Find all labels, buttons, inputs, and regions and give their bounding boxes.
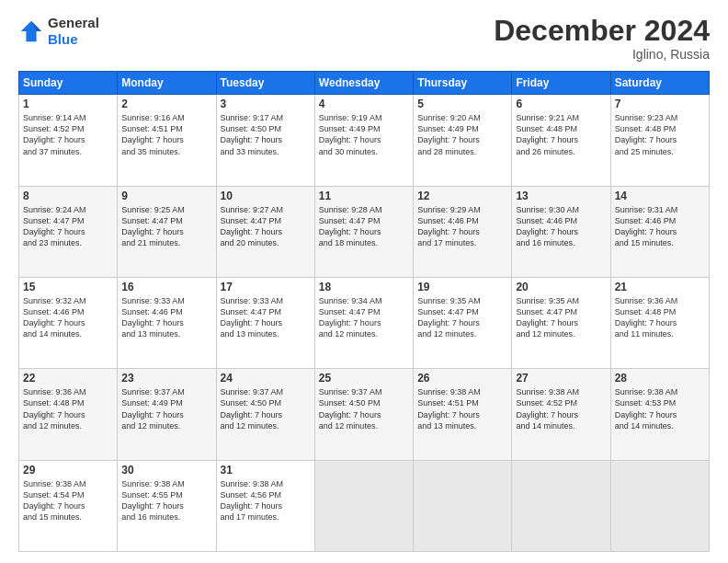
weekday-header-friday: Friday xyxy=(512,72,610,95)
calendar-cell: 12Sunrise: 9:29 AM Sunset: 4:46 PM Dayli… xyxy=(414,186,512,277)
day-number: 15 xyxy=(23,281,113,293)
cell-info: Sunrise: 9:38 AM Sunset: 4:51 PM Dayligh… xyxy=(417,386,507,431)
day-number: 6 xyxy=(516,98,606,110)
calendar-cell: 6Sunrise: 9:21 AM Sunset: 4:48 PM Daylig… xyxy=(512,95,610,186)
calendar-cell: 19Sunrise: 9:35 AM Sunset: 4:47 PM Dayli… xyxy=(414,277,512,368)
cell-info: Sunrise: 9:36 AM Sunset: 4:48 PM Dayligh… xyxy=(615,295,705,340)
cell-info: Sunrise: 9:37 AM Sunset: 4:49 PM Dayligh… xyxy=(121,386,211,431)
calendar-week-row: 29Sunrise: 9:38 AM Sunset: 4:54 PM Dayli… xyxy=(19,460,710,551)
calendar-cell xyxy=(512,460,610,551)
day-number: 10 xyxy=(221,190,311,202)
cell-info: Sunrise: 9:27 AM Sunset: 4:47 PM Dayligh… xyxy=(221,204,311,249)
day-number: 7 xyxy=(615,98,705,110)
calendar-cell: 23Sunrise: 9:37 AM Sunset: 4:49 PM Dayli… xyxy=(118,369,216,460)
calendar-cell: 20Sunrise: 9:35 AM Sunset: 4:47 PM Dayli… xyxy=(512,277,610,368)
month-title: December 2024 xyxy=(494,15,710,47)
cell-info: Sunrise: 9:21 AM Sunset: 4:48 PM Dayligh… xyxy=(516,112,606,157)
weekday-header-wednesday: Wednesday xyxy=(314,72,413,95)
cell-info: Sunrise: 9:36 AM Sunset: 4:48 PM Dayligh… xyxy=(23,386,113,431)
cell-info: Sunrise: 9:16 AM Sunset: 4:51 PM Dayligh… xyxy=(121,112,211,157)
cell-info: Sunrise: 9:32 AM Sunset: 4:46 PM Dayligh… xyxy=(23,295,113,340)
cell-info: Sunrise: 9:37 AM Sunset: 4:50 PM Dayligh… xyxy=(221,386,311,431)
day-number: 30 xyxy=(121,464,211,477)
cell-info: Sunrise: 9:30 AM Sunset: 4:46 PM Dayligh… xyxy=(516,204,606,249)
calendar-cell: 9Sunrise: 9:25 AM Sunset: 4:47 PM Daylig… xyxy=(118,186,216,277)
cell-info: Sunrise: 9:25 AM Sunset: 4:47 PM Dayligh… xyxy=(121,204,211,249)
day-number: 19 xyxy=(417,281,507,293)
calendar-week-row: 1Sunrise: 9:14 AM Sunset: 4:52 PM Daylig… xyxy=(19,95,710,186)
day-number: 4 xyxy=(319,98,409,110)
day-number: 20 xyxy=(516,281,606,293)
weekday-header-thursday: Thursday xyxy=(414,72,512,95)
day-number: 13 xyxy=(516,190,606,202)
calendar-cell: 5Sunrise: 9:20 AM Sunset: 4:49 PM Daylig… xyxy=(414,95,512,186)
cell-info: Sunrise: 9:35 AM Sunset: 4:47 PM Dayligh… xyxy=(417,295,507,340)
cell-info: Sunrise: 9:37 AM Sunset: 4:50 PM Dayligh… xyxy=(319,386,409,431)
cell-info: Sunrise: 9:29 AM Sunset: 4:46 PM Dayligh… xyxy=(417,204,507,249)
calendar-cell: 11Sunrise: 9:28 AM Sunset: 4:47 PM Dayli… xyxy=(314,186,413,277)
day-number: 1 xyxy=(23,98,113,110)
calendar-cell: 17Sunrise: 9:33 AM Sunset: 4:47 PM Dayli… xyxy=(216,277,314,368)
cell-info: Sunrise: 9:34 AM Sunset: 4:47 PM Dayligh… xyxy=(319,295,409,340)
day-number: 9 xyxy=(121,190,211,202)
day-number: 29 xyxy=(23,464,113,477)
cell-info: Sunrise: 9:28 AM Sunset: 4:47 PM Dayligh… xyxy=(319,204,409,249)
calendar-cell: 1Sunrise: 9:14 AM Sunset: 4:52 PM Daylig… xyxy=(19,95,118,186)
day-number: 18 xyxy=(319,281,409,293)
day-number: 14 xyxy=(615,190,705,202)
weekday-header-monday: Monday xyxy=(118,72,216,95)
calendar-cell: 10Sunrise: 9:27 AM Sunset: 4:47 PM Dayli… xyxy=(216,186,314,277)
location: Iglino, Russia xyxy=(494,47,710,62)
day-number: 28 xyxy=(615,372,705,385)
logo-icon xyxy=(18,18,44,44)
day-number: 17 xyxy=(221,281,311,293)
calendar-cell xyxy=(414,460,512,551)
calendar-cell: 22Sunrise: 9:36 AM Sunset: 4:48 PM Dayli… xyxy=(19,369,118,460)
cell-info: Sunrise: 9:33 AM Sunset: 4:46 PM Dayligh… xyxy=(121,295,211,340)
weekday-header-tuesday: Tuesday xyxy=(216,72,314,95)
calendar-cell: 30Sunrise: 9:38 AM Sunset: 4:55 PM Dayli… xyxy=(118,460,216,551)
cell-info: Sunrise: 9:38 AM Sunset: 4:52 PM Dayligh… xyxy=(516,386,606,431)
cell-info: Sunrise: 9:19 AM Sunset: 4:49 PM Dayligh… xyxy=(319,112,409,157)
calendar-cell: 4Sunrise: 9:19 AM Sunset: 4:49 PM Daylig… xyxy=(314,95,413,186)
calendar-week-row: 22Sunrise: 9:36 AM Sunset: 4:48 PM Dayli… xyxy=(19,369,710,460)
calendar-cell: 13Sunrise: 9:30 AM Sunset: 4:46 PM Dayli… xyxy=(512,186,610,277)
cell-info: Sunrise: 9:20 AM Sunset: 4:49 PM Dayligh… xyxy=(417,112,507,157)
day-number: 22 xyxy=(23,372,113,385)
calendar-cell: 24Sunrise: 9:37 AM Sunset: 4:50 PM Dayli… xyxy=(216,369,314,460)
cell-info: Sunrise: 9:24 AM Sunset: 4:47 PM Dayligh… xyxy=(23,204,113,249)
calendar-header-row: SundayMondayTuesdayWednesdayThursdayFrid… xyxy=(19,72,710,95)
calendar-cell: 28Sunrise: 9:38 AM Sunset: 4:53 PM Dayli… xyxy=(610,369,709,460)
cell-info: Sunrise: 9:31 AM Sunset: 4:46 PM Dayligh… xyxy=(615,204,705,249)
calendar-cell: 2Sunrise: 9:16 AM Sunset: 4:51 PM Daylig… xyxy=(118,95,216,186)
cell-info: Sunrise: 9:33 AM Sunset: 4:47 PM Dayligh… xyxy=(221,295,311,340)
day-number: 24 xyxy=(221,372,311,385)
day-number: 11 xyxy=(319,190,409,202)
day-number: 5 xyxy=(417,98,507,110)
calendar-table: SundayMondayTuesdayWednesdayThursdayFrid… xyxy=(18,71,710,552)
calendar-cell xyxy=(314,460,413,551)
calendar-cell: 3Sunrise: 9:17 AM Sunset: 4:50 PM Daylig… xyxy=(216,95,314,186)
calendar-cell: 8Sunrise: 9:24 AM Sunset: 4:47 PM Daylig… xyxy=(19,186,118,277)
calendar-cell: 7Sunrise: 9:23 AM Sunset: 4:48 PM Daylig… xyxy=(610,95,709,186)
cell-info: Sunrise: 9:23 AM Sunset: 4:48 PM Dayligh… xyxy=(615,112,705,157)
day-number: 3 xyxy=(221,98,311,110)
cell-info: Sunrise: 9:38 AM Sunset: 4:54 PM Dayligh… xyxy=(23,478,113,523)
day-number: 12 xyxy=(417,190,507,202)
day-number: 27 xyxy=(516,372,606,385)
day-number: 26 xyxy=(417,372,507,385)
day-number: 25 xyxy=(319,372,409,385)
cell-info: Sunrise: 9:14 AM Sunset: 4:52 PM Dayligh… xyxy=(23,112,113,157)
calendar-cell: 27Sunrise: 9:38 AM Sunset: 4:52 PM Dayli… xyxy=(512,369,610,460)
calendar-cell xyxy=(610,460,709,551)
title-block: December 2024 Iglino, Russia xyxy=(494,15,710,62)
cell-info: Sunrise: 9:35 AM Sunset: 4:47 PM Dayligh… xyxy=(516,295,606,340)
calendar-cell: 14Sunrise: 9:31 AM Sunset: 4:46 PM Dayli… xyxy=(610,186,709,277)
cell-info: Sunrise: 9:38 AM Sunset: 4:55 PM Dayligh… xyxy=(121,478,211,523)
weekday-header-saturday: Saturday xyxy=(610,72,709,95)
calendar-cell: 18Sunrise: 9:34 AM Sunset: 4:47 PM Dayli… xyxy=(314,277,413,368)
calendar-cell: 15Sunrise: 9:32 AM Sunset: 4:46 PM Dayli… xyxy=(19,277,118,368)
day-number: 31 xyxy=(221,464,311,477)
logo: General Blue xyxy=(18,15,99,48)
day-number: 23 xyxy=(121,372,211,385)
